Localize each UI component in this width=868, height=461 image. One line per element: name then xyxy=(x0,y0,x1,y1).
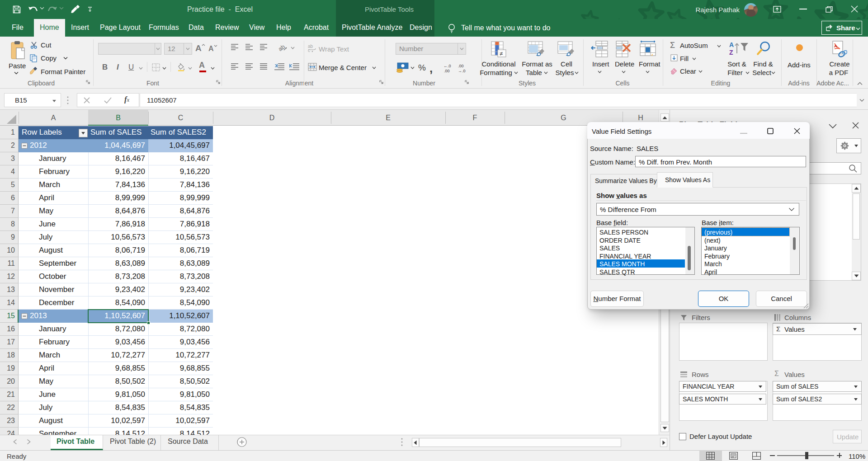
svg-text:.00: .00 xyxy=(444,69,450,73)
svg-text:≠: ≠ xyxy=(500,50,503,57)
svg-text:.00: .00 xyxy=(458,64,464,68)
svg-text:Z: Z xyxy=(729,49,733,56)
svg-text:A: A xyxy=(834,44,837,48)
svg-text:→.0: →.0 xyxy=(458,69,466,73)
svg-text:A: A xyxy=(729,41,734,48)
svg-text:←.0: ←.0 xyxy=(443,64,451,68)
svg-text:c: c xyxy=(308,48,310,52)
svg-text:ab: ab xyxy=(278,43,286,52)
